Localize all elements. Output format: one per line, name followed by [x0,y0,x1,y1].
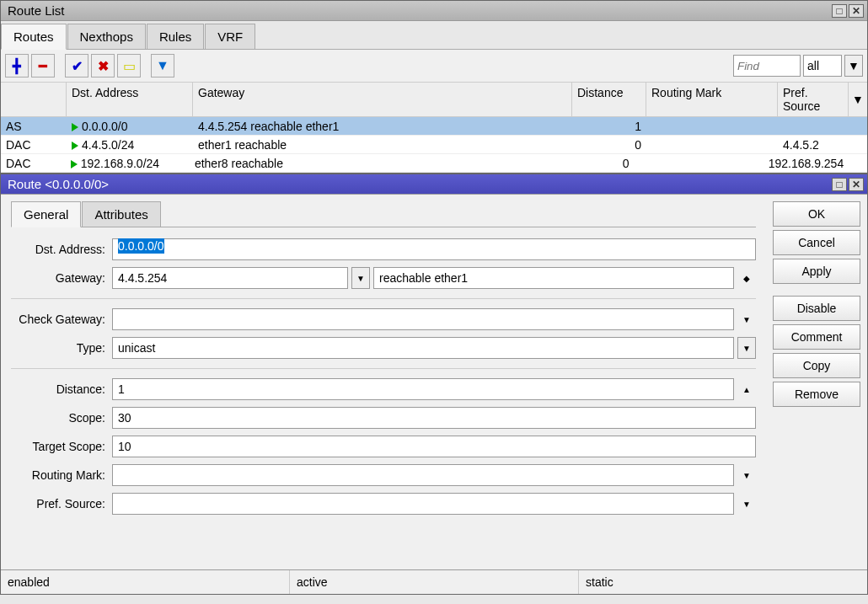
filter-button[interactable]: ▼ [151,54,174,78]
copy-button[interactable]: Copy [773,353,860,378]
disable-button[interactable]: ✖ [91,54,115,78]
type-dropdown[interactable]: ▼ [737,337,756,359]
x-icon: ✖ [98,58,109,74]
divider [11,368,756,369]
gateway-spinner[interactable]: ◆ [737,267,756,289]
close-button[interactable]: ✕ [849,4,864,18]
minimize-button[interactable]: □ [832,4,847,18]
apply-button[interactable]: Apply [773,259,860,284]
minimize-button[interactable]: □ [832,178,847,191]
col-dst[interactable]: Dst. Address [67,83,193,116]
remove-button[interactable]: ━ [31,54,55,78]
route-detail-window: Route <0.0.0.0/0> □ ✕ General Attributes… [0,174,868,595]
col-distance[interactable]: Distance [572,83,646,116]
tab-rules[interactable]: Rules [147,24,204,49]
gateway-input[interactable] [112,267,348,289]
window-title: Route List [4,3,832,18]
scope-input[interactable] [112,407,756,429]
route-list-tabs: Routes Nexthops Rules VRF [1,21,867,50]
route-detail-titlebar[interactable]: Route <0.0.0.0/0> □ ✕ [1,174,867,195]
enable-button[interactable]: ✔ [65,54,88,78]
route-list-titlebar[interactable]: Route List □ ✕ [1,1,867,21]
check-icon: ✔ [72,58,83,74]
filter-select[interactable]: all [803,55,842,77]
pref-source-dropdown[interactable]: ▼ [737,493,756,515]
find-input[interactable] [733,55,801,77]
status-active: active [290,570,579,594]
active-icon [72,142,78,150]
tab-nexthops[interactable]: Nexthops [67,24,146,49]
detail-form: General Attributes Dst. Address: 0.0.0.0… [1,195,766,569]
active-icon [71,160,78,168]
type-label: Type: [11,341,112,355]
status-static: static [579,570,867,594]
col-gateway[interactable]: Gateway [193,83,572,116]
status-enabled: enabled [1,570,290,594]
minus-icon: ━ [39,58,47,74]
dst-address-label: Dst. Address: [11,243,112,256]
cancel-button[interactable]: Cancel [773,230,860,255]
routing-mark-label: Routing Mark: [11,468,112,482]
window-title: Route <0.0.0.0/0> [4,177,832,191]
table-header: Dst. Address Gateway Distance Routing Ma… [1,83,867,117]
toolbar: ╋ ━ ✔ ✖ ▭ ▼ all ▼ [1,50,867,83]
distance-label: Distance: [11,382,112,396]
funnel-icon: ▼ [156,58,169,73]
statusbar: enabled active static [1,569,867,594]
disable-button[interactable]: Disable [773,296,860,321]
target-scope-input[interactable] [112,436,756,457]
route-table: Dst. Address Gateway Distance Routing Ma… [1,83,867,173]
route-list-window: Route List □ ✕ Routes Nexthops Rules VRF… [0,0,868,174]
tab-attributes[interactable]: Attributes [82,201,160,227]
filter-toggle[interactable]: ▼ [844,55,863,77]
action-buttons: OK Cancel Apply Disable Comment Copy Rem… [766,195,867,569]
pref-source-label: Pref. Source: [11,497,112,510]
table-row[interactable]: DAC 192.168.9.0/24 ether8 reachable 0 19… [1,154,867,173]
remove-button[interactable]: Remove [773,382,860,407]
pref-source-input[interactable] [112,493,734,515]
tab-vrf[interactable]: VRF [205,24,255,49]
gateway-dropdown[interactable]: ▼ [351,267,370,289]
dst-address-input[interactable]: 0.0.0.0/0 [112,238,756,260]
tab-general[interactable]: General [11,201,81,227]
comment-button[interactable]: Comment [773,324,860,350]
col-menu[interactable]: ▼ [849,83,867,116]
distance-expand[interactable]: ▲ [737,378,756,400]
note-icon: ▭ [123,58,136,74]
col-flags[interactable] [1,83,67,116]
target-scope-label: Target Scope: [11,440,112,453]
add-button[interactable]: ╋ [5,54,29,78]
comment-button[interactable]: ▭ [117,54,141,78]
divider [11,298,756,299]
detail-tabs: General Attributes [11,201,756,227]
table-row[interactable]: AS 0.0.0.0/0 4.4.5.254 reachable ether1 … [1,117,867,136]
plus-icon: ╋ [13,58,21,74]
active-icon [72,123,78,131]
gateway-label: Gateway: [11,271,112,285]
type-input[interactable] [112,337,734,359]
col-routing-mark[interactable]: Routing Mark [646,83,778,116]
routing-mark-input[interactable] [112,464,734,486]
table-row[interactable]: DAC 4.4.5.0/24 ether1 reachable 0 4.4.5.… [1,136,867,154]
col-pref-source[interactable]: Pref. Source [778,83,849,116]
routing-mark-dropdown[interactable]: ▼ [737,464,756,486]
gateway-status[interactable] [373,267,734,289]
tab-routes[interactable]: Routes [1,24,67,50]
ok-button[interactable]: OK [773,201,860,227]
scope-label: Scope: [11,411,112,425]
distance-input[interactable] [112,378,734,400]
check-gateway-dropdown[interactable]: ▼ [737,308,756,330]
check-gateway-input[interactable] [112,308,734,330]
close-button[interactable]: ✕ [849,178,864,191]
check-gateway-label: Check Gateway: [11,313,112,326]
